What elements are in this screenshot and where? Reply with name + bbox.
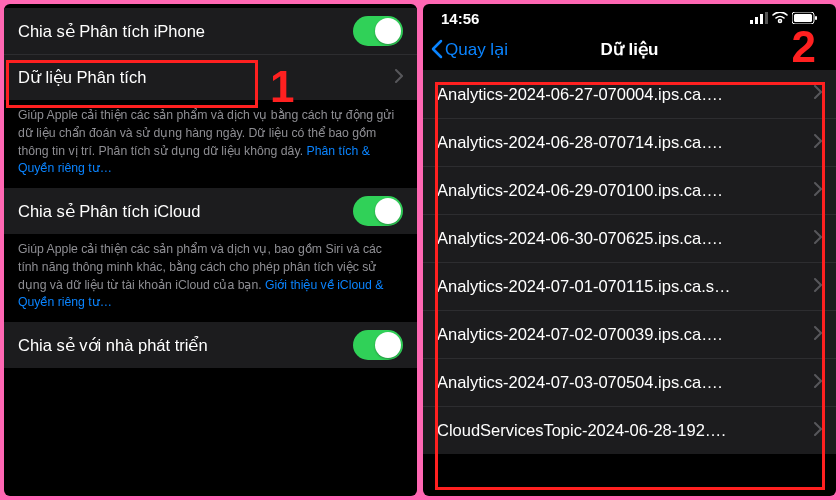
row-share-icloud-analytics[interactable]: Chia sẻ Phân tích iCloud [4,188,417,234]
status-time: 14:56 [441,10,479,27]
svg-rect-3 [765,12,768,24]
file-name: Analytics-2024-06-29-070100.ips.ca…. [437,181,814,200]
chevron-right-icon [814,326,822,344]
toggle-share-iphone[interactable] [353,16,403,46]
file-name: CloudServicesTopic-2024-06-28-192…. [437,421,814,440]
chevron-right-icon [814,182,822,200]
file-row[interactable]: Analytics-2024-07-02-070039.ips.ca…. [423,310,836,358]
battery-icon [792,12,818,24]
back-button[interactable]: Quay lại [431,39,508,60]
page-title: Dữ liệu [601,39,659,60]
signal-icon [750,12,768,24]
row-label: Chia sẻ với nhà phát triển [18,336,353,355]
chevron-right-icon [814,374,822,392]
row-share-developers[interactable]: Chia sẻ với nhà phát triển [4,322,417,368]
group-share-icloud: Chia sẻ Phân tích iCloud [4,188,417,234]
file-name: Analytics-2024-06-27-070004.ips.ca…. [437,85,814,104]
back-label: Quay lại [445,39,508,60]
status-bar: 14:56 [423,4,836,30]
chevron-right-icon [814,278,822,296]
file-name: Analytics-2024-06-30-070625.ips.ca…. [437,229,814,248]
svg-rect-1 [755,17,758,24]
chevron-right-icon [395,69,403,87]
chevron-right-icon [814,422,822,440]
file-row[interactable]: Analytics-2024-07-03-070504.ips.ca…. [423,358,836,406]
toggle-share-icloud[interactable] [353,196,403,226]
footer-icloud-analytics: Giúp Apple cải thiện các sản phẩm và dịc… [4,234,417,322]
file-row[interactable]: CloudServicesTopic-2024-06-28-192…. [423,406,836,454]
row-label: Chia sẻ Phân tích iPhone [18,22,353,41]
toggle-share-developers[interactable] [353,330,403,360]
panel-data-list: 14:56 Quay lại Dữ liệu Analytics-2024-06… [423,4,836,496]
file-row[interactable]: Analytics-2024-06-28-070714.ips.ca…. [423,118,836,166]
chevron-right-icon [814,85,822,103]
nav-bar: Quay lại Dữ liệu [423,30,836,70]
file-row[interactable]: Analytics-2024-06-27-070004.ips.ca…. [423,70,836,118]
chevron-right-icon [814,230,822,248]
group-share-iphone: Chia sẻ Phân tích iPhone Dữ liệu Phân tí… [4,8,417,100]
wifi-icon [772,12,788,24]
file-name: Analytics-2024-06-28-070714.ips.ca…. [437,133,814,152]
row-label: Dữ liệu Phân tích [18,68,395,87]
file-name: Analytics-2024-07-02-070039.ips.ca…. [437,325,814,344]
file-row[interactable]: Analytics-2024-06-29-070100.ips.ca…. [423,166,836,214]
footer-iphone-analytics: Giúp Apple cải thiện các sản phẩm và dịc… [4,100,417,188]
svg-rect-2 [760,14,763,24]
row-label: Chia sẻ Phân tích iCloud [18,202,353,221]
row-analytics-data[interactable]: Dữ liệu Phân tích [4,54,417,100]
file-list: Analytics-2024-06-27-070004.ips.ca….Anal… [423,70,836,496]
svg-rect-0 [750,20,753,24]
row-share-iphone-analytics[interactable]: Chia sẻ Phân tích iPhone [4,8,417,54]
file-row[interactable]: Analytics-2024-07-01-070115.ips.ca.s… [423,262,836,310]
chevron-left-icon [431,39,443,59]
file-name: Analytics-2024-07-03-070504.ips.ca…. [437,373,814,392]
file-name: Analytics-2024-07-01-070115.ips.ca.s… [437,277,814,296]
svg-rect-6 [815,16,817,20]
svg-rect-5 [794,14,812,22]
status-indicators [750,12,818,24]
chevron-right-icon [814,134,822,152]
group-share-developers: Chia sẻ với nhà phát triển [4,322,417,368]
file-row[interactable]: Analytics-2024-06-30-070625.ips.ca…. [423,214,836,262]
panel-analytics-settings: Chia sẻ Phân tích iPhone Dữ liệu Phân tí… [4,4,417,496]
